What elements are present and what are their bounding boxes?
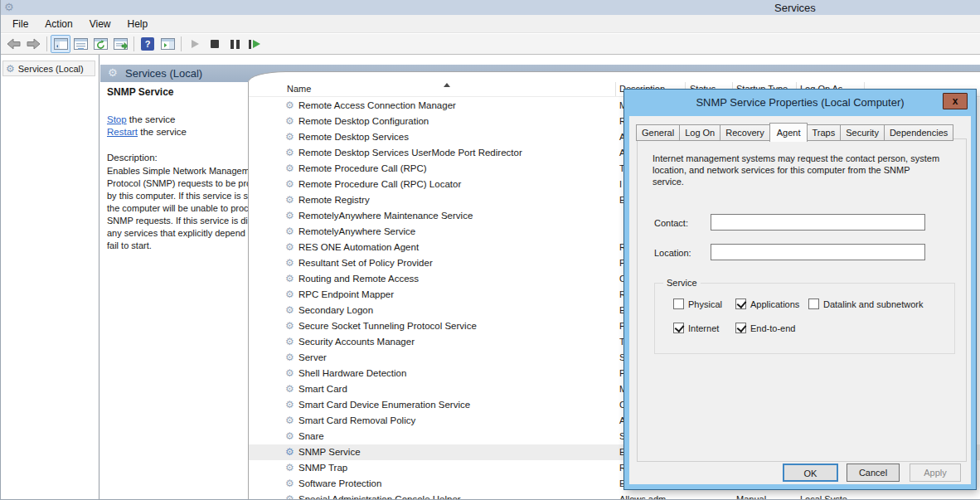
toolbar-separator — [46, 36, 47, 51]
menu-item-file[interactable]: File — [4, 16, 36, 32]
checkbox-box[interactable] — [808, 299, 819, 309]
service-name: RemotelyAnywhere Maintenance Service — [298, 211, 473, 221]
checkbox-label: Applications — [750, 299, 799, 309]
column-header-name[interactable]: Name — [287, 84, 311, 94]
export-list-icon[interactable] — [110, 35, 130, 53]
service-gear-icon: ⚙ — [285, 148, 294, 158]
service-name: Special Administration Console Helper — [298, 494, 461, 500]
pause-glyph — [230, 40, 240, 49]
restart-service-link[interactable]: Restart — [107, 127, 138, 137]
service-gear-icon: ⚙ — [285, 226, 294, 236]
ok-button[interactable]: OK — [783, 464, 838, 482]
service-gear-icon: ⚙ — [285, 274, 294, 284]
pause-service-icon[interactable] — [225, 35, 245, 53]
cancel-button[interactable]: Cancel — [847, 464, 900, 482]
tree-item-label: Services (Local) — [18, 64, 84, 74]
service-gear-icon: ⚙ — [285, 478, 294, 488]
tab-general[interactable]: General — [636, 124, 680, 141]
service-gear-icon: ⚙ — [285, 352, 294, 362]
checkbox-label: End-to-end — [750, 323, 795, 333]
service-gear-icon: ⚙ — [285, 400, 294, 410]
contact-field[interactable] — [711, 214, 925, 231]
checkbox-end-to-end[interactable]: End-to-end — [735, 323, 795, 333]
service-gear-icon: ⚙ — [285, 211, 294, 221]
restart-service-line: Restart the service — [107, 127, 187, 137]
tab-recovery[interactable]: Recovery — [720, 124, 769, 141]
toolbar-separator — [181, 36, 182, 51]
checkbox-physical[interactable]: Physical — [673, 299, 722, 309]
stop-service-icon[interactable] — [205, 35, 225, 53]
checkbox-label: Datalink and subnetwork — [823, 299, 923, 309]
service-gear-icon: ⚙ — [285, 447, 294, 457]
service-gear-icon: ⚙ — [285, 258, 294, 268]
service-name: Smart Card Device Enumeration Service — [298, 400, 470, 410]
tab-security[interactable]: Security — [841, 124, 885, 141]
service-name: SNMP Trap — [298, 463, 347, 473]
service-name: Remote Access Connection Manager — [298, 100, 456, 110]
service-gear-icon: ⚙ — [285, 132, 294, 142]
service-gear-icon: ⚙ — [285, 100, 294, 110]
service-name: Remote Procedure Call (RPC) — [298, 163, 427, 173]
play-glyph — [192, 40, 199, 48]
service-name: Secure Socket Tunneling Protocol Service — [298, 321, 477, 331]
checkbox-box[interactable] — [735, 323, 746, 333]
service-row[interactable]: ⚙Special Administration Console HelperAl… — [249, 492, 980, 500]
checkbox-applications[interactable]: Applications — [735, 299, 799, 309]
menubar: FileActionViewHelp — [1, 15, 980, 33]
titlebar: ⚙ Services — [1, 0, 980, 15]
service-groupbox-label: Service — [663, 278, 701, 288]
back-icon[interactable] — [3, 35, 23, 53]
column-separator — [615, 82, 616, 96]
checkbox-box[interactable] — [735, 299, 746, 309]
checkbox-label: Internet — [688, 323, 719, 333]
tree-item-services-local[interactable]: ⚙ Services (Local) — [2, 61, 95, 76]
service-startup-type: Manual — [736, 494, 766, 500]
show-action-pane-icon[interactable] — [158, 35, 177, 53]
service-gear-icon: ⚙ — [285, 179, 294, 189]
location-field[interactable] — [711, 244, 925, 260]
menu-item-help[interactable]: Help — [119, 16, 157, 32]
console-tree-pane: ⚙ Services (Local) — [1, 55, 99, 500]
service-gear-icon: ⚙ — [285, 289, 294, 299]
window-title: Services — [774, 2, 816, 14]
service-gear-icon: ⚙ — [285, 384, 294, 394]
toolbar: ? — [1, 34, 980, 55]
checkbox-datalink-and-subnetwork[interactable]: Datalink and subnetwork — [808, 299, 923, 309]
sort-ascending-icon — [444, 83, 450, 87]
close-icon[interactable]: x — [943, 93, 968, 109]
tab-log-on[interactable]: Log On — [680, 124, 720, 141]
apply-button[interactable]: Apply — [910, 464, 961, 482]
service-name: RPC Endpoint Mapper — [298, 289, 394, 299]
service-groupbox: Service PhysicalApplicationsDatalink and… — [654, 283, 955, 354]
refresh-icon[interactable] — [90, 35, 110, 53]
help-glyph: ? — [141, 37, 154, 51]
service-name: Shell Hardware Detection — [298, 368, 406, 378]
forward-icon[interactable] — [23, 35, 43, 53]
dialog-body: GeneralLog OnRecoveryAgentTrapsSecurityD… — [629, 116, 971, 484]
tab-agent[interactable]: Agent — [769, 123, 808, 142]
help-icon[interactable]: ? — [138, 35, 158, 53]
menu-item-view[interactable]: View — [81, 16, 119, 32]
start-service-icon[interactable] — [185, 35, 205, 53]
service-gear-icon: ⚙ — [285, 116, 294, 126]
show-console-tree-icon[interactable] — [51, 35, 70, 53]
service-gear-icon: ⚙ — [285, 195, 294, 205]
agent-intro-text: Internet management systems may request … — [653, 153, 941, 187]
location-label: Location: — [654, 248, 691, 258]
service-name: RemotelyAnywhere Service — [298, 226, 415, 236]
tab-traps[interactable]: Traps — [807, 124, 841, 141]
restart-service-icon[interactable] — [245, 35, 264, 53]
tab-dependencies[interactable]: Dependencies — [885, 124, 953, 141]
services-window: ⚙ Services FileActionViewHelp ? — [0, 0, 980, 500]
properties-icon[interactable] — [70, 35, 90, 53]
menu-item-action[interactable]: Action — [36, 16, 80, 32]
restart-glyph — [249, 40, 260, 49]
checkbox-box[interactable] — [673, 299, 684, 309]
checkbox-internet[interactable]: Internet — [673, 323, 719, 333]
checkbox-box[interactable] — [673, 323, 684, 333]
services-gear-icon: ⚙ — [6, 64, 15, 74]
stop-service-link[interactable]: Stop — [107, 114, 127, 124]
service-name: Smart Card — [298, 384, 347, 394]
service-name: Secondary Logon — [298, 305, 373, 315]
service-gear-icon: ⚙ — [285, 337, 294, 347]
